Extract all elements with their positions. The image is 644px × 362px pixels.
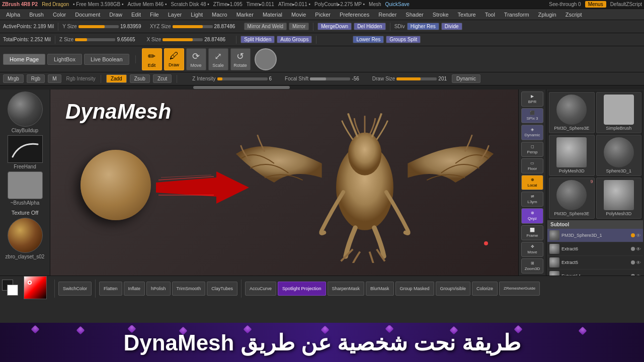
lower-res-btn[interactable]: Lower Res xyxy=(353,36,384,43)
color-picker-area[interactable] xyxy=(24,276,49,301)
subtool-item-3[interactable]: Extract14 👁 xyxy=(547,269,643,276)
inflate-btn[interactable]: Inflate xyxy=(124,282,145,296)
lsym-btn[interactable]: ⇌ L3ym xyxy=(521,192,543,207)
draw-tool[interactable]: 🖊 Draw xyxy=(164,48,184,70)
menu-shader[interactable]: Shader xyxy=(401,11,427,19)
accucurve-btn[interactable]: AccuCurve xyxy=(245,282,276,296)
dynamic-btn2[interactable]: ◈ Dynamic xyxy=(521,125,543,140)
menu-color[interactable]: Color xyxy=(49,11,70,19)
bg-color-swatch[interactable] xyxy=(7,285,18,296)
live-boolean-tab[interactable]: Live Boolean xyxy=(84,54,129,65)
color-swatches[interactable] xyxy=(2,280,20,298)
menu-edit[interactable]: Edit xyxy=(127,11,145,19)
viewport-scroll-h[interactable] xyxy=(0,85,644,89)
menu-brush[interactable]: Brush xyxy=(25,11,48,19)
mrgb-btn[interactable]: Mrgb xyxy=(3,74,24,83)
xyz-btn[interactable]: ⊗ Qxyz xyxy=(521,208,543,223)
groups-split-btn[interactable]: Groups Split xyxy=(386,36,421,43)
zcut-btn[interactable]: Zcut xyxy=(153,74,172,83)
menu-layer[interactable]: Layer xyxy=(164,11,186,19)
group-visible-btn[interactable]: GroupVisible xyxy=(436,282,470,296)
bpr-btn[interactable]: ▶ BPR xyxy=(521,92,543,107)
menu-texture[interactable]: Texture xyxy=(454,11,480,19)
brush-circle-preview[interactable] xyxy=(255,48,277,70)
menu-render[interactable]: Render xyxy=(374,11,400,19)
trim-smooth-btn[interactable]: TrimSmooth xyxy=(172,282,206,296)
zsub-btn[interactable]: Zsub xyxy=(130,74,150,83)
eye-icon-3[interactable]: 👁 xyxy=(636,274,641,276)
zoom3d-btn[interactable]: ⊞ Zoom3D xyxy=(521,258,543,274)
split-hidden-btn[interactable]: Split Hidden xyxy=(240,36,275,43)
spotlight-btn[interactable]: Spotlight Projection xyxy=(278,282,326,296)
sharpenmask-btn[interactable]: SharpenMask xyxy=(328,282,365,296)
z-size-slider[interactable] xyxy=(75,38,115,41)
mesh-item-simplebrush[interactable]: SimpleBrush xyxy=(596,92,642,133)
flatten-btn[interactable]: Flatten xyxy=(99,282,122,296)
xyz-size-slider[interactable] xyxy=(173,25,213,28)
colorize-btn[interactable]: Colorize xyxy=(472,282,498,296)
mirror-weld-btn[interactable]: Mirror And Weld xyxy=(244,23,287,30)
menu-preferences[interactable]: Preferences xyxy=(336,11,373,19)
mesh-item-sphere3d1[interactable]: Sphere3D_1 xyxy=(596,135,642,176)
menu-tool[interactable]: Tool xyxy=(481,11,499,19)
switch-color-btn[interactable]: SwitchColor xyxy=(58,282,92,296)
subtool-item-0[interactable]: PM3D_Sphere3D_1 👁 xyxy=(547,229,643,242)
floor-btn[interactable]: ▭ Floor xyxy=(521,158,543,173)
menu-material[interactable]: Material xyxy=(259,11,286,19)
viewport[interactable]: DynaMesh xyxy=(50,89,518,276)
mesh-item-pm3d-sphere3e[interactable]: PM3D_Sphere3E xyxy=(549,92,595,133)
claytubes-btn[interactable]: ClayTubes xyxy=(207,282,237,296)
divide-btn[interactable]: Divide xyxy=(441,23,462,30)
menu-document[interactable]: Document xyxy=(71,11,104,19)
menu-alpha[interactable]: Alpha xyxy=(2,11,24,19)
focal-shift-slider[interactable] xyxy=(310,77,350,80)
zadd-btn[interactable]: Zadd xyxy=(106,74,127,83)
texture-off[interactable]: Texture Off xyxy=(2,208,48,216)
mirror-btn[interactable]: Mirror xyxy=(289,23,309,30)
z-intensity-slider[interactable] xyxy=(217,77,268,80)
eye-icon-1[interactable]: 👁 xyxy=(636,246,641,252)
m-btn[interactable]: M xyxy=(48,74,61,83)
menu-zscript[interactable]: Zscript xyxy=(561,11,586,19)
merge-down-btn[interactable]: MergeDown xyxy=(317,23,352,30)
menus-btn[interactable]: Menus xyxy=(585,1,606,8)
hpolish-btn[interactable]: hPolish xyxy=(146,282,171,296)
auto-groups-btn[interactable]: Auto Groups xyxy=(277,36,312,43)
menu-light[interactable]: Light xyxy=(187,11,207,19)
y-size-slider[interactable] xyxy=(78,25,119,28)
edit-tool[interactable]: ✏ Edit xyxy=(142,48,162,70)
zremesher-btn[interactable]: ZRemesherGuide xyxy=(499,282,540,296)
clay-buildup-brush[interactable]: ClayBuildup xyxy=(2,92,48,133)
default-script[interactable]: DefaultZScript xyxy=(610,2,642,7)
spix-btn[interactable]: ⬛ SPix 3 xyxy=(521,108,543,123)
side-move-btn[interactable]: ✥ Move xyxy=(521,242,543,257)
draw-size-slider[interactable] xyxy=(396,77,437,80)
mesh-item-polymesh3d[interactable]: PolyMesh3D xyxy=(549,135,595,176)
frame-btn[interactable]: ⬜ Frame xyxy=(521,225,543,240)
higher-res-btn[interactable]: Higher Res xyxy=(407,23,439,30)
dynamic-btn[interactable]: Dynamic xyxy=(452,74,480,83)
rotate-tool[interactable]: ↺ Rotate xyxy=(230,48,251,70)
rgb-btn[interactable]: Rgb xyxy=(27,74,45,83)
menu-file[interactable]: File xyxy=(146,11,163,19)
menu-marker[interactable]: Marker xyxy=(232,11,258,19)
quick-save[interactable]: QuickSave xyxy=(385,2,410,7)
eye-icon-0[interactable]: 👁 xyxy=(636,233,641,238)
del-hidden-btn[interactable]: Del Hidden xyxy=(354,23,385,30)
menu-picker[interactable]: Picker xyxy=(311,11,335,19)
scroll-thumb-h[interactable] xyxy=(193,86,290,89)
mesh-item-polymesh3d-2[interactable]: PolyMesh3D xyxy=(596,177,642,219)
see-through[interactable]: See-through 0 xyxy=(549,2,581,7)
menu-movie[interactable]: Movie xyxy=(287,11,310,19)
subtool-item-2[interactable]: Extract5 👁 xyxy=(547,256,643,269)
brush-alpha[interactable]: ~BrushAlpha xyxy=(2,171,48,206)
x-size-slider[interactable] xyxy=(163,38,203,41)
menu-stroke[interactable]: Stroke xyxy=(429,11,453,19)
zbro-clayset-brush[interactable]: zbro_clayset_s02 xyxy=(2,218,48,259)
mesh-item-pm3d-sphere3e-2[interactable]: 9 PM3D_Sphere3E xyxy=(549,177,595,219)
persp-btn[interactable]: ◻ Persp xyxy=(521,142,543,157)
group-masked-btn[interactable]: Group Masked xyxy=(395,282,434,296)
lightbox-tab[interactable]: LightBox xyxy=(47,54,82,65)
menu-zplugin[interactable]: Zplugin xyxy=(534,11,560,19)
menu-macro[interactable]: Macro xyxy=(208,11,231,19)
